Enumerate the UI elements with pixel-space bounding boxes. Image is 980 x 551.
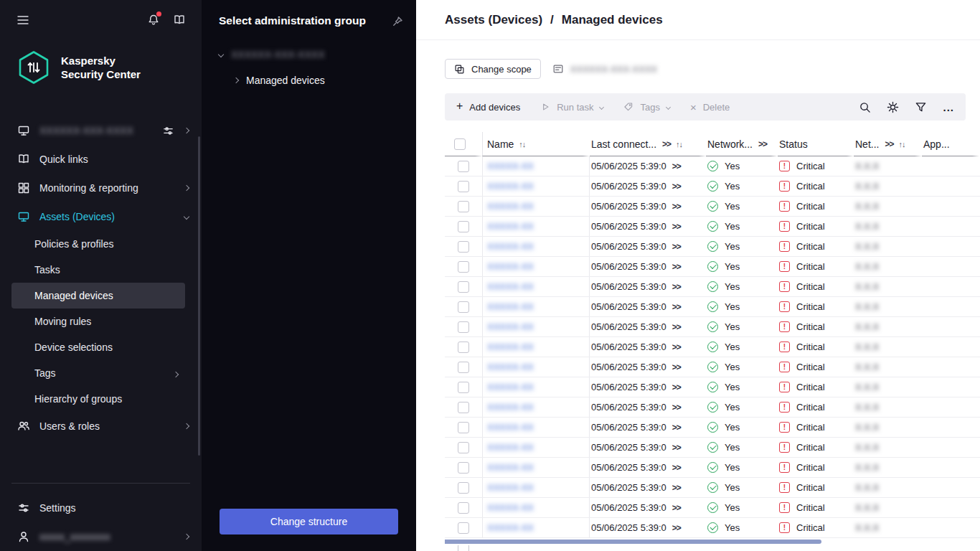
sidebar-item-policies-profiles[interactable]: Policies & profiles xyxy=(11,231,185,257)
expand-column-icon[interactable]: >> xyxy=(885,139,893,149)
sidebar-item-moving-rules[interactable]: Moving rules xyxy=(11,309,185,334)
expand-cell-icon[interactable]: >> xyxy=(672,182,681,192)
column-header-network[interactable]: Network... >> xyxy=(706,132,778,156)
sidebar-item-hierarchy-of-groups[interactable]: Hierarchy of groups xyxy=(11,386,185,412)
pin-panel-button[interactable] xyxy=(392,16,403,27)
expand-cell-icon[interactable]: >> xyxy=(672,161,681,171)
row-checkbox[interactable] xyxy=(458,301,469,313)
row-checkbox[interactable] xyxy=(458,402,469,413)
sidebar-item-assets-devices[interactable]: Assets (Devices) xyxy=(0,202,202,231)
run-task-button[interactable]: Run task xyxy=(540,102,603,113)
column-header-app[interactable]: App... xyxy=(922,132,979,156)
expand-cell-icon[interactable]: >> xyxy=(672,423,681,433)
row-checkbox[interactable] xyxy=(458,221,469,232)
sliders-icon[interactable] xyxy=(162,125,174,137)
device-name-link-redacted[interactable]: XXXXX-XX xyxy=(487,462,534,473)
device-name-link-redacted[interactable]: XXXXX-XX xyxy=(487,281,534,292)
expand-cell-icon[interactable]: >> xyxy=(672,282,681,292)
row-checkbox[interactable] xyxy=(458,281,469,293)
expand-cell-icon[interactable]: >> xyxy=(672,322,681,332)
documentation-button[interactable] xyxy=(173,14,186,27)
row-checkbox[interactable] xyxy=(458,181,469,192)
expand-cell-icon[interactable]: >> xyxy=(672,222,681,232)
sort-icon[interactable]: ↑↓ xyxy=(519,140,525,149)
sidebar-item-tags[interactable]: Tags xyxy=(11,360,185,386)
sidebar-item-users-roles[interactable]: Users & roles xyxy=(0,412,202,441)
sidebar-item-managed-devices[interactable]: Managed devices xyxy=(11,283,185,309)
change-structure-button[interactable]: Change structure xyxy=(220,509,398,534)
table-settings-button[interactable] xyxy=(887,101,899,113)
device-name-link-redacted[interactable]: XXXXX-XX xyxy=(487,241,534,252)
device-name-link-redacted[interactable]: XXXXX-XX xyxy=(487,261,534,272)
device-name-link-redacted[interactable]: XXXXX-XX xyxy=(487,201,534,212)
row-checkbox[interactable] xyxy=(458,321,469,333)
expand-cell-icon[interactable]: >> xyxy=(672,382,681,392)
filter-button[interactable] xyxy=(915,101,927,113)
sidebar-item-server[interactable]: XXXXXX-XXX-XXXX xyxy=(0,116,202,145)
add-devices-button[interactable]: + Add devices xyxy=(456,102,520,113)
delete-button[interactable]: × Delete xyxy=(690,102,730,113)
more-actions-button[interactable]: ... xyxy=(943,101,954,113)
device-name-link-redacted[interactable]: XXXXX-XX xyxy=(487,221,534,232)
notifications-button[interactable] xyxy=(147,14,160,27)
row-checkbox[interactable] xyxy=(458,382,469,393)
column-header-last-connection[interactable]: Last connect... >> ↑↓ xyxy=(590,132,706,156)
row-checkbox[interactable] xyxy=(458,241,469,253)
device-name-link-redacted[interactable]: XXXXX-XX xyxy=(487,422,534,433)
device-name-link-redacted[interactable]: XXXXX-XX xyxy=(487,442,534,453)
device-name-link-redacted[interactable]: XXXXX-XX xyxy=(487,301,534,312)
row-checkbox[interactable] xyxy=(458,545,469,551)
tree-node-root[interactable]: XXXXXX-XXX-XXXX xyxy=(202,27,416,60)
expand-cell-icon[interactable]: >> xyxy=(672,483,681,493)
row-checkbox[interactable] xyxy=(458,422,469,433)
expand-cell-icon[interactable]: >> xyxy=(672,503,681,513)
tags-button[interactable]: Tags xyxy=(623,102,669,113)
expand-column-icon[interactable]: >> xyxy=(758,139,767,149)
expand-cell-icon[interactable]: >> xyxy=(672,342,681,352)
device-name-link-redacted[interactable]: XXXXX-XX xyxy=(487,402,534,413)
row-checkbox[interactable] xyxy=(458,161,469,172)
search-button[interactable] xyxy=(859,101,871,113)
device-name-link-redacted[interactable]: XXXXX-XX xyxy=(487,161,534,171)
device-name-link-redacted[interactable]: XXXXX-XX xyxy=(487,321,534,332)
row-checkbox[interactable] xyxy=(458,362,469,373)
device-name-link-redacted[interactable]: XXXXX-XX xyxy=(487,362,534,372)
row-checkbox[interactable] xyxy=(458,462,469,474)
horizontal-scrollbar-thumb[interactable] xyxy=(445,540,821,544)
sidebar-item-settings[interactable]: Settings xyxy=(0,494,202,522)
expand-cell-icon[interactable]: >> xyxy=(672,463,681,473)
expand-cell-icon[interactable]: >> xyxy=(672,202,681,212)
sidebar-item-account[interactable]: xxxxx_xxxxxxxx xyxy=(0,522,202,551)
column-header-status[interactable]: Status xyxy=(778,132,854,156)
row-checkbox[interactable] xyxy=(458,482,469,494)
column-header-name[interactable]: Name ↑↓ xyxy=(482,132,590,156)
scope-server-chip[interactable]: XXXXXX-XXX-XXXX xyxy=(552,63,657,75)
column-header-net[interactable]: Net... >> ↑↓ xyxy=(854,132,922,156)
device-name-link-redacted[interactable]: XXXXX-XX xyxy=(487,382,534,392)
sidebar-item-device-selections[interactable]: Device selections xyxy=(11,334,185,360)
sort-icon[interactable]: ↑↓ xyxy=(898,140,905,149)
expand-column-icon[interactable]: >> xyxy=(662,139,671,149)
expand-cell-icon[interactable]: >> xyxy=(672,262,681,272)
device-name-link-redacted[interactable]: XXXXX-XX xyxy=(487,181,534,192)
hamburger-menu-button[interactable] xyxy=(17,14,29,27)
sort-icon[interactable]: ↑↓ xyxy=(676,140,682,149)
expand-cell-icon[interactable]: >> xyxy=(672,242,681,252)
sidebar-scrollbar[interactable] xyxy=(198,136,200,456)
device-name-link-redacted[interactable]: XXXXX-XX xyxy=(487,482,534,493)
expand-cell-icon[interactable]: >> xyxy=(672,402,681,413)
sidebar-item-monitoring[interactable]: Monitoring & reporting xyxy=(0,174,202,202)
device-name-link-redacted[interactable]: XXXXX-XX xyxy=(487,342,534,352)
select-all-checkbox[interactable] xyxy=(454,138,466,150)
row-checkbox[interactable] xyxy=(458,201,469,212)
breadcrumb-parent[interactable]: Assets (Devices) xyxy=(445,13,542,27)
tree-node-managed-devices[interactable]: Managed devices xyxy=(202,60,416,86)
expand-cell-icon[interactable]: >> xyxy=(672,523,681,533)
row-checkbox[interactable] xyxy=(458,442,469,453)
expand-cell-icon[interactable]: >> xyxy=(672,302,681,312)
row-checkbox[interactable] xyxy=(458,342,469,353)
row-checkbox[interactable] xyxy=(458,502,469,514)
sidebar-item-tasks[interactable]: Tasks xyxy=(11,257,185,283)
device-name-link-redacted[interactable]: XXXXX-XX xyxy=(487,522,534,533)
row-checkbox[interactable] xyxy=(458,522,469,534)
